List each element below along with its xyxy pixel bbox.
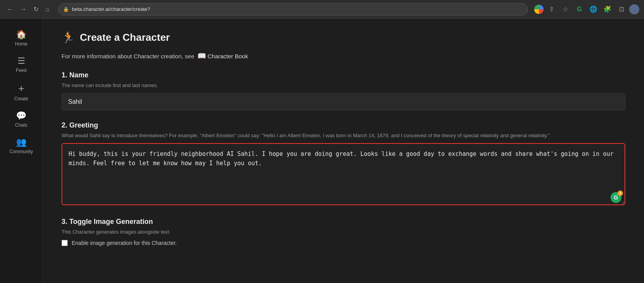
share-button[interactable]: ⇧ xyxy=(545,3,558,16)
main-content: 🏃 Create a Character For more informatio… xyxy=(43,19,644,283)
sidebar-label-home: Home xyxy=(15,41,27,47)
subtitle-text: For more information about Character cre… xyxy=(62,53,194,59)
toggle-row: Enable image generation for this Charact… xyxy=(62,240,625,246)
sidebar-label-create: Create xyxy=(14,96,28,101)
bookmark-button[interactable]: ☆ xyxy=(559,3,572,16)
create-character-icon: 🏃 xyxy=(62,31,75,44)
app-container: 🏠 Home ☰ Feed + Create 💬 Chats 👥 Communi… xyxy=(0,19,644,283)
url-text: beta.character.ai/character/create? xyxy=(72,6,150,12)
lock-icon: 🔒 xyxy=(63,7,69,12)
google-icon[interactable] xyxy=(534,5,544,14)
sidebar-item-create[interactable]: + Create xyxy=(4,78,39,106)
profile-avatar[interactable] xyxy=(629,4,639,14)
name-section-title: 1. Name xyxy=(62,71,625,79)
forward-button[interactable]: → xyxy=(18,4,29,14)
nav-buttons: ← → ↻ ⌂ xyxy=(5,4,52,14)
sidebar-item-community[interactable]: 👥 Community xyxy=(4,133,39,159)
greeting-section-title: 2. Greeting xyxy=(62,121,625,129)
name-section-description: The name can include first and last name… xyxy=(62,82,625,89)
greeting-section: 2. Greeting What would Sahil say to intr… xyxy=(62,121,625,207)
sidebar-item-home[interactable]: 🏠 Home xyxy=(4,25,39,51)
feed-icon: ☰ xyxy=(18,56,25,66)
greeting-section-description: What would Sahil say to introduce themse… xyxy=(62,132,625,140)
browser-chrome: ← → ↻ ⌂ 🔒 beta.character.ai/character/cr… xyxy=(0,0,644,19)
grammarly-letter: G xyxy=(614,194,618,201)
sidebar-label-feed: Feed xyxy=(16,68,26,73)
extensions-button[interactable]: 🧩 xyxy=(601,3,614,16)
book-icon: 📖 xyxy=(197,52,206,60)
back-button[interactable]: ← xyxy=(5,4,16,14)
character-book-link[interactable]: 📖 Character Book xyxy=(197,52,248,60)
toggle-section-title: 3. Toggle Image Generation xyxy=(62,218,625,226)
greeting-textarea[interactable]: Hi buddy, this is your friendly neighbor… xyxy=(62,143,625,205)
greeting-textarea-wrapper: Hi buddy, this is your friendly neighbor… xyxy=(62,143,625,207)
address-bar[interactable]: 🔒 beta.character.ai/character/create? xyxy=(58,3,528,16)
toggle-label: Enable image generation for this Charact… xyxy=(72,240,177,246)
page-title: Create a Character xyxy=(80,31,170,44)
sidebar-item-feed[interactable]: ☰ Feed xyxy=(4,51,39,78)
browser-actions: ⇧ ☆ G 🌐 🧩 ⊡ xyxy=(534,3,639,16)
chats-icon: 💬 xyxy=(16,111,26,121)
extension-g-button[interactable]: G xyxy=(573,3,586,16)
toggle-image-section: 3. Toggle Image Generation This Characte… xyxy=(62,218,625,246)
grammarly-count: 3 xyxy=(618,190,623,196)
subtitle-row: For more information about Character cre… xyxy=(62,52,625,60)
create-icon: + xyxy=(18,82,24,94)
sidebar-label-chats: Chats xyxy=(15,122,27,128)
reload-button[interactable]: ↻ xyxy=(31,4,41,14)
name-section: 1. Name The name can include first and l… xyxy=(62,71,625,110)
toggle-section-description: This Character generates images alongsid… xyxy=(62,228,625,236)
sidebar-item-chats[interactable]: 💬 Chats xyxy=(4,106,39,133)
home-icon: 🏠 xyxy=(16,30,26,40)
community-icon: 👥 xyxy=(16,137,26,147)
image-generation-checkbox[interactable] xyxy=(62,240,68,246)
page-title-row: 🏃 Create a Character xyxy=(62,31,625,44)
character-book-label: Character Book xyxy=(208,53,248,59)
sidebar-label-community: Community xyxy=(9,149,33,154)
sidebar: 🏠 Home ☰ Feed + Create 💬 Chats 👥 Communi… xyxy=(0,19,43,283)
split-screen-button[interactable]: ⊡ xyxy=(615,3,628,16)
name-input[interactable] xyxy=(62,93,625,110)
grammarly-badge: G 3 xyxy=(611,192,621,203)
home-button[interactable]: ⌂ xyxy=(43,4,52,14)
translate-button[interactable]: 🌐 xyxy=(587,3,600,16)
